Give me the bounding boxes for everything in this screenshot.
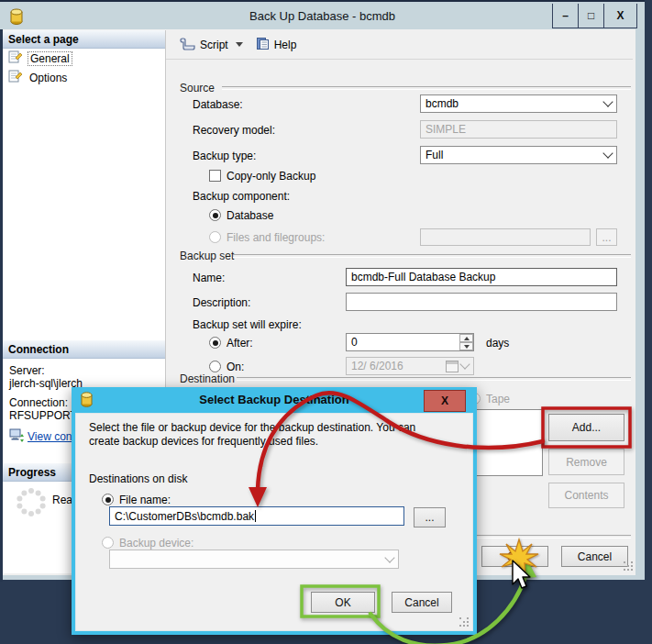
- name-label: Name:: [193, 272, 225, 284]
- progress-spinner-icon: [16, 487, 47, 521]
- chevron-down-icon: [602, 148, 613, 158]
- database-select[interactable]: bcmdb: [420, 94, 617, 113]
- script-button[interactable]: Script: [175, 34, 248, 56]
- source-divider: [222, 86, 631, 90]
- server-label: Server:: [3, 364, 45, 377]
- dialog-close-button[interactable]: X: [424, 390, 466, 412]
- copy-only-label: Copy-only Backup: [227, 170, 315, 183]
- file-name-label: File name:: [119, 494, 171, 506]
- chevron-down-icon: [459, 359, 470, 369]
- tape-label: Tape: [486, 393, 510, 405]
- backup-device-label: Backup device:: [119, 537, 193, 550]
- text-caret: [255, 510, 256, 522]
- database-label: Database:: [193, 98, 243, 111]
- after-value: 0: [351, 336, 358, 349]
- source-legend: Source: [180, 82, 215, 94]
- on-date-picker: 12/ 6/2016: [346, 357, 474, 375]
- chevron-down-icon: [602, 96, 613, 106]
- dialog-title: Select Backup Destination: [72, 393, 477, 406]
- after-input[interactable]: 0: [346, 333, 474, 351]
- sidebar-item-general[interactable]: General: [3, 49, 165, 68]
- backup-set-divider: [233, 254, 631, 258]
- select-backup-destination-dialog: Select Backup Destination X Select the f…: [72, 387, 477, 635]
- dialog-cancel-button[interactable]: Cancel: [392, 592, 452, 613]
- backup-component-label: Backup component:: [193, 190, 290, 203]
- backup-set-legend: Backup set: [180, 250, 234, 262]
- name-value: bcmdb-Full Database Backup: [351, 271, 495, 283]
- after-spinner[interactable]: [459, 334, 473, 350]
- backup-type-value: Full: [425, 149, 443, 161]
- maximize-button[interactable]: □: [578, 4, 603, 28]
- file-browse-button[interactable]: ...: [414, 507, 446, 527]
- toolbar: Script Help: [166, 30, 633, 60]
- desktop: { "window": { "title": "Back Up Database…: [0, 0, 652, 644]
- script-dropdown-caret-icon[interactable]: [236, 42, 243, 47]
- ok-button[interactable]: OK: [481, 546, 548, 567]
- window-title: Back Up Database - bcmdb: [0, 9, 645, 23]
- on-date-value: 12/ 6/2016: [351, 360, 403, 372]
- select-a-page-header: Select a page: [3, 30, 165, 49]
- after-radio[interactable]: [209, 337, 221, 349]
- description-input[interactable]: [346, 293, 617, 311]
- caption-buttons: – □ X: [552, 4, 637, 28]
- database-value: bcmdb: [425, 97, 459, 110]
- database-radio-label: Database: [227, 209, 273, 222]
- files-browse-button[interactable]: ...: [596, 228, 617, 246]
- dialog-resize-grip[interactable]: [459, 617, 461, 619]
- chevron-down-icon: [384, 552, 394, 562]
- files-filegroups-radio[interactable]: [209, 231, 221, 243]
- dialog-ok-button[interactable]: OK: [311, 592, 375, 613]
- destination-legend: Destination: [180, 372, 235, 385]
- close-button[interactable]: X: [603, 4, 637, 28]
- connection-properties-icon: [9, 427, 24, 445]
- files-filegroups-label: Files and filegroups:: [227, 231, 325, 244]
- on-radio[interactable]: [209, 361, 221, 372]
- destinations-on-disk-label: Destinations on disk: [89, 472, 187, 485]
- remove-button[interactable]: Remove: [548, 449, 624, 475]
- server-value: jlerch-sql\jlerch: [3, 377, 83, 390]
- help-book-icon: [256, 37, 270, 53]
- destination-divider: [237, 377, 631, 381]
- connection-label: Connection:: [3, 396, 68, 409]
- dialog-message: Select the file or backup device for the…: [89, 421, 447, 449]
- page-icon: [8, 70, 22, 85]
- page-icon: [8, 50, 22, 66]
- title-bar[interactable]: Back Up Database - bcmdb – □ X: [0, 4, 645, 29]
- file-name-value: C:\CustomerDBs\bcmdb.bak: [115, 510, 254, 523]
- files-filegroups-field: [420, 228, 591, 246]
- sidebar-item-options[interactable]: Options: [3, 68, 165, 87]
- help-button[interactable]: Help: [251, 34, 302, 56]
- description-label: Description:: [193, 296, 250, 309]
- dialog-title-bar[interactable]: Select Backup Destination: [72, 387, 477, 413]
- script-scroll-icon: [180, 37, 195, 53]
- name-input[interactable]: bcmdb-Full Database Backup: [346, 268, 617, 286]
- resize-grip[interactable]: [624, 561, 625, 563]
- copy-only-checkbox[interactable]: [209, 170, 221, 182]
- recovery-model-field: SIMPLE: [420, 120, 617, 139]
- expire-label: Backup set will expire:: [193, 318, 302, 331]
- recovery-model-label: Recovery model:: [193, 124, 275, 137]
- database-radio[interactable]: [209, 209, 221, 221]
- help-label: Help: [274, 39, 297, 51]
- backup-type-select[interactable]: Full: [420, 146, 617, 164]
- backup-device-radio[interactable]: [102, 537, 114, 549]
- recovery-model-value: SIMPLE: [425, 123, 466, 136]
- spin-up-icon[interactable]: [459, 334, 473, 342]
- days-label: days: [486, 337, 509, 350]
- on-label: On:: [227, 361, 244, 373]
- add-button[interactable]: Add...: [548, 414, 624, 441]
- file-name-radio[interactable]: [102, 494, 114, 505]
- backup-device-select: [109, 550, 399, 569]
- connection-value: RFSUPPORT: [3, 409, 77, 422]
- after-label: After:: [227, 337, 253, 350]
- spin-down-icon[interactable]: [459, 342, 473, 350]
- backup-type-label: Backup type:: [193, 150, 256, 162]
- script-label: Script: [200, 39, 228, 51]
- cancel-button[interactable]: Cancel: [561, 546, 628, 567]
- file-name-input[interactable]: C:\CustomerDBs\bcmdb.bak: [109, 506, 404, 526]
- calendar-icon: [446, 361, 459, 372]
- connection-header: Connection: [3, 340, 165, 359]
- contents-button[interactable]: Contents: [548, 483, 624, 508]
- minimize-button[interactable]: –: [552, 4, 578, 28]
- dialog-body: Select the file or backup device for the…: [75, 413, 473, 631]
